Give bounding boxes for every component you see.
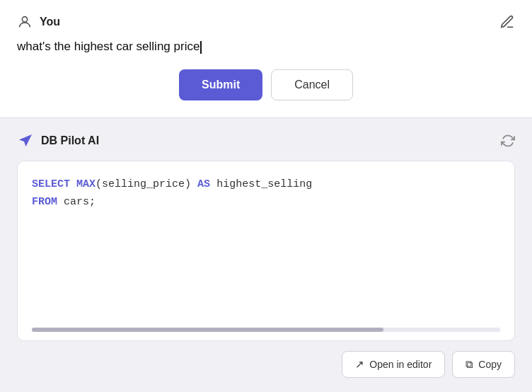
copy-button[interactable]: ⧉ Copy <box>452 351 515 378</box>
user-message: what's the highest car selling price <box>17 38 515 55</box>
function-max: MAX <box>76 178 96 190</box>
svg-point-0 <box>22 17 27 22</box>
keyword-as: AS <box>197 178 210 190</box>
ai-section: DB Pilot AI SELECT MAX(selling_price) AS… <box>0 118 532 392</box>
person-icon <box>17 14 33 30</box>
editor-icon: ↗ <box>355 358 364 371</box>
code-table: cars; <box>64 196 96 208</box>
user-section: You what's the highest car selling price… <box>0 0 532 118</box>
open-in-editor-button[interactable]: ↗ Open in editor <box>342 351 445 378</box>
user-identity: You <box>17 14 60 30</box>
text-cursor <box>200 41 202 54</box>
code-content: SELECT MAX(selling_price) AS highest_sel… <box>32 175 500 321</box>
code-block: SELECT MAX(selling_price) AS highest_sel… <box>17 161 515 341</box>
code-line-2: FROM cars; <box>32 193 500 212</box>
action-buttons: Submit Cancel <box>17 69 515 100</box>
scrollbar-thumb <box>32 328 383 332</box>
ai-identity: DB Pilot AI <box>17 132 99 149</box>
scrollbar-track[interactable] <box>32 328 500 332</box>
plane-icon <box>17 132 34 149</box>
user-header: You <box>17 14 515 30</box>
copy-icon: ⧉ <box>466 358 473 371</box>
ai-header: DB Pilot AI <box>17 132 515 149</box>
page-container: You what's the highest car selling price… <box>0 0 532 392</box>
edit-icon[interactable] <box>499 14 515 30</box>
ai-name: DB Pilot AI <box>41 134 99 147</box>
refresh-icon[interactable] <box>501 134 515 148</box>
user-name: You <box>40 16 60 28</box>
code-line-1: SELECT MAX(selling_price) AS highest_sel… <box>32 175 500 194</box>
keyword-from: FROM <box>32 196 57 208</box>
submit-button[interactable]: Submit <box>179 69 262 100</box>
cancel-button[interactable]: Cancel <box>271 69 353 100</box>
bottom-buttons: ↗ Open in editor ⧉ Copy <box>17 351 515 378</box>
keyword-select: SELECT <box>32 178 70 190</box>
